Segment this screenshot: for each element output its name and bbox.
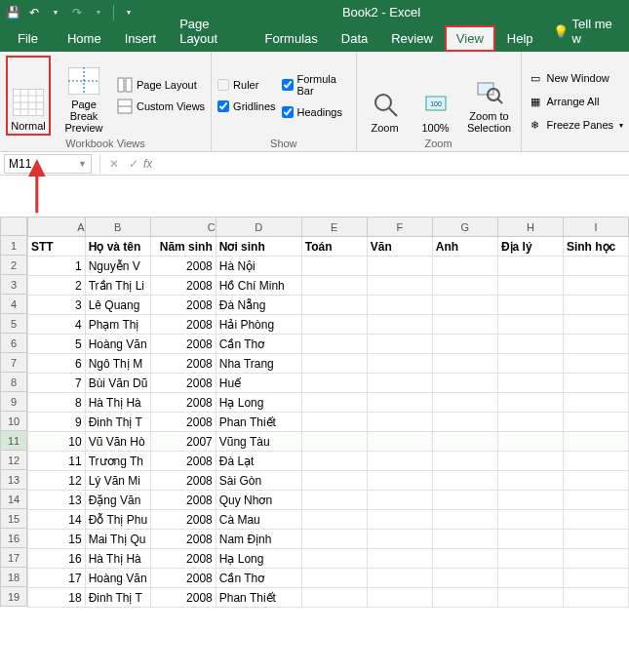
cell[interactable] — [367, 393, 432, 413]
cell[interactable]: Nam Định — [216, 530, 301, 549]
cell[interactable]: Đinh Thị T — [85, 413, 150, 432]
zoom-100-button[interactable]: 100 100% — [413, 56, 458, 136]
cell[interactable] — [432, 296, 497, 315]
cell[interactable]: 2008 — [150, 413, 216, 432]
cell[interactable]: Hồ Chí Minh — [216, 276, 301, 296]
cell[interactable]: 2008 — [150, 354, 216, 374]
cell[interactable] — [497, 432, 563, 452]
cell[interactable]: 15 — [28, 530, 86, 549]
cell[interactable] — [563, 374, 628, 393]
fx-enter-icon[interactable]: ✓ — [124, 157, 143, 171]
column-header[interactable]: E — [301, 217, 367, 237]
column-header[interactable]: H — [497, 217, 563, 237]
cell[interactable] — [367, 354, 432, 374]
cell[interactable]: 2008 — [150, 569, 216, 588]
cell[interactable]: 11 — [28, 452, 86, 471]
ruler-checkbox[interactable]: Ruler — [217, 79, 275, 91]
cell[interactable] — [301, 315, 367, 335]
cell[interactable] — [301, 491, 367, 510]
row-header[interactable]: 3 — [0, 275, 27, 295]
cell[interactable] — [367, 491, 432, 510]
cell[interactable]: 2008 — [150, 315, 216, 335]
tab-formulas[interactable]: Formulas — [254, 25, 330, 52]
row-header[interactable]: 10 — [0, 412, 27, 431]
row-header[interactable]: 6 — [0, 334, 27, 353]
tab-home[interactable]: Home — [56, 25, 113, 52]
cell[interactable]: 10 — [28, 432, 86, 452]
row-header[interactable]: 16 — [0, 529, 27, 548]
row-header[interactable]: 8 — [0, 373, 27, 392]
cell[interactable]: Hoàng Văn — [85, 569, 150, 588]
header-cell[interactable]: Họ và tên — [85, 237, 150, 257]
cell[interactable] — [367, 432, 432, 452]
cell[interactable]: Hoàng Văn — [85, 335, 150, 354]
row-header[interactable]: 5 — [0, 314, 27, 334]
cell[interactable]: 14 — [28, 510, 86, 530]
cell[interactable] — [432, 491, 497, 510]
cell[interactable]: Lê Quang — [85, 296, 150, 315]
cell[interactable]: 13 — [28, 491, 86, 510]
row-header[interactable]: 18 — [0, 568, 27, 587]
cell[interactable] — [432, 510, 497, 530]
redo-icon[interactable]: ↷ — [68, 4, 86, 21]
cell[interactable] — [367, 588, 432, 608]
select-all-corner[interactable] — [0, 217, 27, 236]
cell[interactable] — [367, 413, 432, 432]
cell[interactable] — [301, 393, 367, 413]
cell[interactable] — [563, 491, 628, 510]
cell[interactable]: 2 — [28, 276, 86, 296]
cell[interactable] — [367, 374, 432, 393]
freeze-panes-button[interactable]: ❄Freeze Panes▾ — [528, 117, 623, 133]
cell[interactable]: Quy Nhơn — [216, 491, 301, 510]
row-header[interactable]: 2 — [0, 256, 27, 275]
tab-file[interactable]: File — [6, 25, 56, 52]
cell[interactable]: Phan Thiết — [216, 413, 301, 432]
cell[interactable] — [497, 257, 563, 276]
cell[interactable] — [367, 315, 432, 335]
cell[interactable] — [301, 276, 367, 296]
page-layout-button[interactable]: Page Layout — [117, 77, 205, 93]
cell[interactable] — [367, 471, 432, 491]
arrange-all-button[interactable]: ▦Arrange All — [528, 94, 623, 109]
cell[interactable] — [367, 569, 432, 588]
cell[interactable] — [301, 452, 367, 471]
row-header[interactable]: 14 — [0, 490, 27, 509]
cell[interactable] — [563, 315, 628, 335]
cell[interactable] — [301, 569, 367, 588]
row-header[interactable]: 7 — [0, 353, 27, 373]
cell[interactable]: Nha Trang — [216, 354, 301, 374]
cell[interactable] — [301, 354, 367, 374]
header-cell[interactable]: Toán — [301, 237, 367, 257]
cell[interactable]: 2008 — [150, 491, 216, 510]
cell[interactable]: Hà Thị Hà — [85, 393, 150, 413]
cell[interactable]: 2008 — [150, 588, 216, 608]
cell[interactable]: Đỗ Thị Phu — [85, 510, 150, 530]
cell[interactable]: Đà Lạt — [216, 452, 301, 471]
cell[interactable] — [563, 335, 628, 354]
row-header[interactable]: 19 — [0, 587, 27, 607]
cell[interactable] — [497, 549, 563, 569]
gridlines-checkbox[interactable]: Gridlines — [217, 100, 275, 112]
cell[interactable] — [497, 393, 563, 413]
cell[interactable] — [432, 315, 497, 335]
cell[interactable]: 2007 — [150, 432, 216, 452]
column-header[interactable]: D — [216, 217, 301, 237]
cell[interactable] — [432, 393, 497, 413]
cell[interactable] — [367, 530, 432, 549]
cell[interactable]: Trần Thị Li — [85, 276, 150, 296]
header-cell[interactable]: Anh — [432, 237, 497, 257]
cell[interactable]: 16 — [28, 549, 86, 569]
column-header[interactable]: C — [150, 217, 216, 237]
cell[interactable]: Phạm Thị — [85, 315, 150, 335]
cell[interactable]: Cần Thơ — [216, 335, 301, 354]
name-box[interactable]: M11 ▼ — [4, 154, 92, 174]
cell[interactable] — [497, 335, 563, 354]
cell[interactable] — [497, 471, 563, 491]
cell[interactable] — [563, 510, 628, 530]
cell[interactable] — [563, 452, 628, 471]
cell[interactable] — [301, 588, 367, 608]
cell[interactable] — [563, 588, 628, 608]
cell[interactable]: Mai Thị Qu — [85, 530, 150, 549]
formula-bar-checkbox[interactable]: Formula Bar — [282, 73, 350, 97]
cell[interactable] — [563, 569, 628, 588]
